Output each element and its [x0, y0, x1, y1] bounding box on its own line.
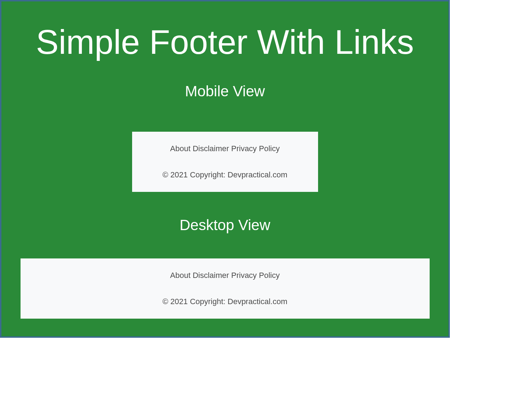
page-container: Simple Footer With Links Mobile View Abo… — [0, 0, 450, 338]
mobile-copyright-text: © 2021 Copyright: Devpractical.com — [163, 170, 287, 179]
mobile-disclaimer-link[interactable]: Disclaimer — [193, 144, 229, 153]
desktop-copyright-text: © 2021 Copyright: Devpractical.com — [163, 297, 287, 306]
page-title: Simple Footer With Links — [36, 23, 414, 62]
mobile-about-link[interactable]: About — [170, 144, 191, 153]
desktop-footer-card: About Disclaimer Privacy Policy © 2021 C… — [21, 258, 430, 319]
desktop-privacy-link[interactable]: Privacy Policy — [231, 271, 280, 280]
mobile-footer-links: About Disclaimer Privacy Policy — [170, 144, 279, 153]
mobile-view-heading: Mobile View — [185, 83, 265, 100]
desktop-about-link[interactable]: About — [170, 271, 191, 280]
desktop-footer-links: About Disclaimer Privacy Policy — [170, 271, 279, 280]
mobile-privacy-link[interactable]: Privacy Policy — [231, 144, 280, 153]
mobile-footer-card: About Disclaimer Privacy Policy © 2021 C… — [132, 132, 318, 192]
desktop-disclaimer-link[interactable]: Disclaimer — [193, 271, 229, 280]
desktop-view-heading: Desktop View — [180, 217, 270, 234]
